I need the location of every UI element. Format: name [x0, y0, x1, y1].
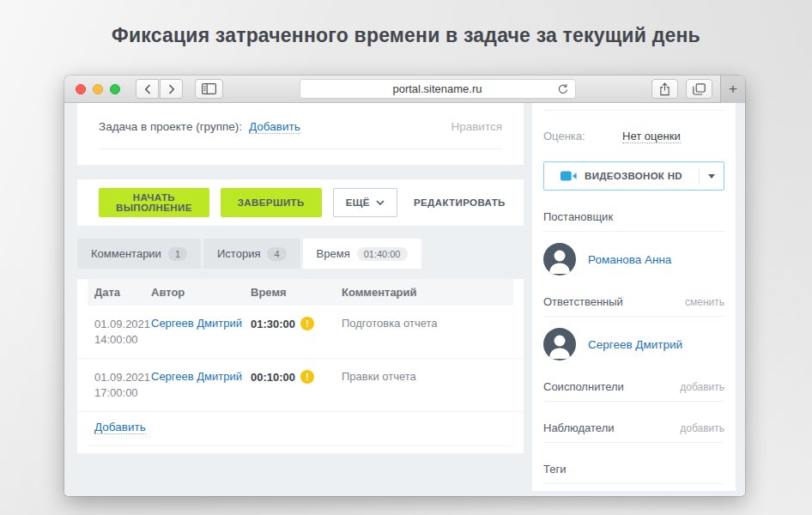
plus-icon: +	[729, 81, 737, 98]
rating-label: Оценка:	[543, 130, 622, 143]
zoom-button[interactable]	[110, 84, 120, 94]
divider	[543, 401, 724, 402]
reload-icon	[557, 83, 569, 95]
warning-icon[interactable]: !	[300, 370, 314, 384]
browser-toolbar: portal.sitename.ru	[64, 76, 745, 103]
address-bar[interactable]: portal.sitename.ru	[300, 79, 576, 99]
observers-section: Наблюдатели добавить	[543, 421, 724, 443]
person-icon	[543, 328, 576, 360]
tab-history-label: История	[217, 247, 260, 260]
responsible-section-title: Ответственный	[543, 295, 623, 308]
minimize-button[interactable]	[93, 84, 103, 94]
forward-button[interactable]	[160, 79, 183, 99]
tab-time-badge: 01:40:00	[357, 247, 408, 261]
change-responsible-link[interactable]: сменить	[685, 296, 724, 308]
author-name-link[interactable]: Романова Анна	[588, 253, 671, 266]
task-tabs: Комментарии 1 История 4 Время 01:40:00	[77, 239, 524, 269]
author-section-title: Постановщик	[543, 210, 613, 223]
tab-comments-label: Комментарии	[91, 247, 161, 260]
row-date-time: 14:00:00	[94, 332, 151, 348]
page-title: Фиксация затраченного времени в задаче з…	[0, 24, 812, 47]
divider	[543, 231, 724, 232]
tab-overview-button[interactable]	[686, 79, 712, 99]
row-author-link[interactable]: Сергеев Дмитрий	[151, 370, 242, 383]
back-button[interactable]	[136, 79, 159, 99]
chevron-left-icon	[144, 84, 151, 94]
task-main-column: Задача в проекте (группе): Добавить Нрав…	[64, 103, 532, 496]
row-duration: 00:10:00	[251, 371, 295, 384]
author-person: Романова Анна	[543, 243, 724, 276]
col-header-date: Дата	[94, 286, 151, 299]
divider	[543, 110, 724, 111]
table-row: 01.09.2021 17:00:00 Сергеев Дмитрий 00:1…	[77, 359, 524, 412]
share-icon	[659, 82, 670, 96]
rating-value[interactable]: Нет оценки	[622, 130, 681, 143]
video-camera-icon	[561, 171, 577, 181]
share-button[interactable]	[651, 79, 678, 99]
row-date: 01.09.2021 17:00:00	[94, 370, 151, 400]
like-link[interactable]: Нравится	[451, 120, 502, 133]
tab-comments[interactable]: Комментарии 1	[77, 239, 201, 269]
more-button-label: ЕЩЁ	[346, 197, 370, 208]
window-controls	[76, 84, 120, 94]
video-call-dropdown[interactable]	[700, 162, 724, 190]
more-button[interactable]: ЕЩЁ	[333, 188, 397, 217]
responsible-name-link[interactable]: Сергеев Дмитрий	[588, 338, 682, 351]
video-call-button[interactable]: ВИДЕОЗВОНОК HD	[543, 161, 724, 191]
row-date: 01.09.2021 14:00:00	[94, 317, 151, 347]
responsible-section: Ответственный сменить Сергеев Дмитрий	[543, 295, 724, 360]
tab-history[interactable]: История 4	[203, 239, 300, 269]
time-table-header: Дата Автор Время Комментарий	[88, 279, 513, 306]
tabs-icon	[693, 83, 706, 95]
chevron-down-icon	[376, 200, 385, 205]
tab-time-label: Время	[317, 247, 350, 260]
col-header-comment: Комментарий	[342, 286, 506, 299]
warning-icon[interactable]: !	[300, 317, 314, 330]
task-page: Задача в проекте (группе): Добавить Нрав…	[64, 103, 745, 496]
person-icon	[543, 243, 576, 276]
observers-section-title: Наблюдатели	[543, 421, 615, 434]
divider	[543, 316, 724, 317]
row-date-day: 01.09.2021	[94, 317, 151, 332]
url-text: portal.sitename.ru	[392, 82, 482, 95]
avatar[interactable]	[543, 243, 576, 276]
edit-button[interactable]: РЕДАКТИРОВАТЬ	[409, 188, 511, 217]
chevron-right-icon	[168, 84, 175, 94]
new-tab-button[interactable]: +	[720, 76, 745, 103]
table-row: 01.09.2021 14:00:00 Сергеев Дмитрий 01:3…	[77, 306, 524, 359]
add-observer-link[interactable]: добавить	[680, 422, 724, 434]
task-sidebar: Оценка: Нет оценки ВИДЕОЗВОНОК HD	[532, 103, 736, 491]
row-date-day: 01.09.2021	[94, 370, 151, 385]
caret-down-icon	[708, 174, 715, 179]
divider	[543, 442, 724, 443]
browser-window: portal.sitename.ru	[64, 76, 745, 496]
task-project-card: Задача в проекте (группе): Добавить Нрав…	[77, 103, 524, 165]
project-label: Задача в проекте (группе):	[99, 120, 242, 133]
sidebar-icon	[202, 83, 216, 94]
row-duration: 01:30:00	[251, 318, 295, 330]
col-header-author: Автор	[151, 286, 251, 299]
project-add-link[interactable]: Добавить	[249, 120, 300, 134]
time-log-card: Дата Автор Время Комментарий 01.09.2021 …	[77, 279, 524, 453]
reload-button[interactable]	[557, 83, 569, 95]
tab-comments-badge: 1	[168, 247, 187, 261]
col-header-time: Время	[251, 286, 342, 299]
row-comment: Правки отчета	[342, 370, 506, 383]
tags-section: Теги добавить	[543, 463, 724, 496]
finish-task-button[interactable]: ЗАВЕРШИТЬ	[221, 188, 322, 217]
coexecutors-section: Соисполнители добавить	[543, 380, 724, 402]
add-coexecutor-link[interactable]: добавить	[680, 381, 724, 393]
tab-time[interactable]: Время 01:40:00	[303, 239, 421, 269]
row-comment: Подготовка отчета	[342, 317, 506, 330]
sidebar-toggle-button[interactable]	[195, 79, 223, 99]
avatar[interactable]	[543, 328, 576, 360]
author-section: Постановщик Романова Анна	[543, 210, 724, 276]
close-button[interactable]	[76, 84, 86, 94]
tab-history-badge: 4	[267, 247, 286, 261]
row-author-link[interactable]: Сергеев Дмитрий	[151, 317, 242, 330]
start-task-button[interactable]: НАЧАТЬ ВЫПОЛНЕНИЕ	[99, 188, 209, 217]
add-time-entry-link[interactable]: Добавить	[94, 421, 146, 434]
responsible-person: Сергеев Дмитрий	[543, 328, 724, 360]
divider	[99, 148, 502, 149]
video-call-label: ВИДЕОЗВОНОК HD	[585, 171, 682, 181]
